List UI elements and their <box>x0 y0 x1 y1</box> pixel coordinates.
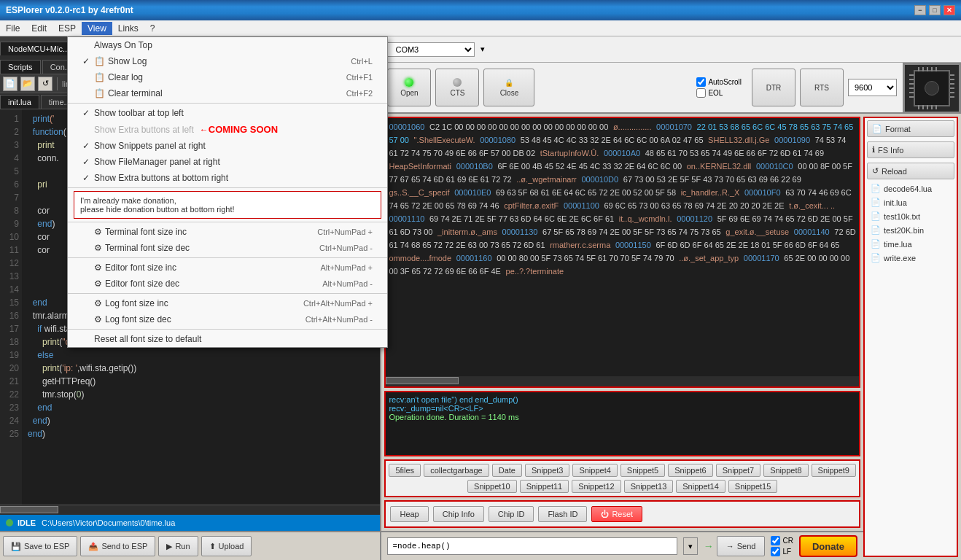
vm-reset-fonts[interactable]: Reset all font size to default <box>68 331 387 347</box>
close-button[interactable]: ✕ <box>944 5 955 15</box>
new-file-button[interactable]: 📄 <box>3 77 17 91</box>
code-hscrollbar[interactable] <box>0 505 380 515</box>
com-bar: COM3 ▾ <box>381 36 961 63</box>
lf-checkbox[interactable] <box>771 547 780 556</box>
rts-button[interactable]: RTS <box>800 69 844 106</box>
close-icon: 🔒 <box>505 79 513 87</box>
snippet-11[interactable]: Snippet11 <box>520 480 569 493</box>
snippet-12[interactable]: Snippet12 <box>572 480 621 493</box>
cts-button[interactable]: CTS <box>435 69 479 106</box>
tab-nodemcu[interactable]: NodeMCU+Mic... <box>0 42 77 55</box>
file-item[interactable]: 📄 time.lua <box>865 237 957 251</box>
vm-icon: 📋 <box>94 56 105 66</box>
autoscroll-checkbox[interactable] <box>696 77 706 87</box>
vm-label: Clear log <box>108 72 143 82</box>
menu-view[interactable]: View <box>82 22 112 35</box>
vm-label: Show FileManager panel at right <box>94 157 220 167</box>
heap-button[interactable]: Heap <box>390 506 428 522</box>
send-to-esp-button[interactable]: 📤 Send to ESP <box>80 536 155 556</box>
close-button[interactable]: 🔒 Close <box>483 69 534 106</box>
autoscroll-label[interactable]: AutoScroll <box>696 77 742 87</box>
eol-label[interactable]: EOL <box>696 88 742 98</box>
vm-show-extra-left[interactable]: Show Extra buttons at left ← COMING SOON <box>68 121 387 138</box>
chip-info-button[interactable]: Chip Info <box>433 506 484 522</box>
snippet-13[interactable]: Snippet13 <box>624 480 674 493</box>
file-item[interactable]: 📄 write.exe <box>865 251 957 265</box>
donate-button[interactable]: Donate <box>799 535 857 557</box>
vm-show-snippets[interactable]: ✓ Show Snippets panel at right <box>68 138 387 154</box>
vm-show-log[interactable]: ✓ 📋 Show Log Ctrl+L <box>68 53 387 69</box>
cr-checkbox[interactable] <box>771 536 780 545</box>
snippet-date[interactable]: Date <box>492 464 522 477</box>
hex-dump-area[interactable]: 00001060 C2 1C 00 00 00 00 00 00 00 00 0… <box>384 117 860 388</box>
vm-shortcut: Ctrl+Alt+NumPad - <box>306 315 373 324</box>
donation-text-2: please hide donation button at bottom ri… <box>80 205 375 214</box>
tab-scripts[interactable]: Scripts <box>0 60 41 74</box>
snippet-7[interactable]: Snippet7 <box>716 464 760 477</box>
hex-hscrollbar[interactable] <box>386 376 859 386</box>
reload-button[interactable]: ↺ <box>38 77 52 91</box>
format-button[interactable]: 📄 Format <box>867 120 954 137</box>
vm-show-extra-bottom[interactable]: ✓ Show Extra buttons at bottom right <box>68 170 387 186</box>
terminal-area[interactable]: recv:an't open file") end end_dump() rec… <box>384 391 860 456</box>
vm-editor-font-inc[interactable]: ⚙ Editor font size inc Alt+NumPad + <box>68 260 387 276</box>
snippet-14[interactable]: Snippet14 <box>676 480 725 493</box>
lf-checkbox-label[interactable]: LF <box>771 547 793 556</box>
eol-checkbox[interactable] <box>696 88 706 98</box>
snippet-9[interactable]: Snippet9 <box>812 464 856 477</box>
vm-clear-log[interactable]: 📋 Clear log Ctrl+F1 <box>68 69 387 85</box>
cr-checkbox-label[interactable]: CR <box>771 536 793 545</box>
file-item[interactable]: 📄 test10k.txt <box>865 209 957 223</box>
vm-show-toolbar[interactable]: ✓ Show toolbar at top left <box>68 105 387 121</box>
view-menu-dropdown[interactable]: Always On Top ✓ 📋 Show Log Ctrl+L 📋 Clea… <box>67 36 388 348</box>
snippet-3[interactable]: Snippet3 <box>525 464 569 477</box>
menu-help[interactable]: ? <box>144 22 161 35</box>
maximize-button[interactable]: □ <box>929 5 941 15</box>
vm-log-font-dec[interactable]: ⚙ Log font size dec Ctrl+Alt+NumPad - <box>68 311 387 327</box>
vm-always-on-top[interactable]: Always On Top <box>68 37 387 53</box>
vm-log-font-inc[interactable]: ⚙ Log font size inc Ctrl+Alt+NumPad + <box>68 295 387 311</box>
file-item[interactable]: 📄 decode64.lua <box>865 182 957 195</box>
snippet-10[interactable]: Snippet10 <box>467 480 517 493</box>
snippet-collectgarbage[interactable]: collectgarbage <box>424 464 489 477</box>
vm-separator <box>68 103 387 104</box>
snippet-6[interactable]: Snippet6 <box>668 464 712 477</box>
send-dropdown-arrow[interactable]: ▾ <box>683 537 698 555</box>
vm-terminal-font-inc[interactable]: ⚙ Terminal font size inc Ctrl+NumPad + <box>68 224 387 240</box>
menu-links[interactable]: Links <box>112 22 144 35</box>
open-file-button[interactable]: 📂 <box>20 77 35 91</box>
send-button[interactable]: → Send <box>717 536 766 556</box>
run-button[interactable]: ▶ Run <box>158 536 198 556</box>
baud-select[interactable]: 9600 115200 <box>848 79 897 96</box>
chip-icon <box>903 63 961 114</box>
upload-button[interactable]: ⬆ Upload <box>201 536 252 556</box>
flash-id-button[interactable]: Flash ID <box>538 506 587 522</box>
file-item[interactable]: 📄 test20K.bin <box>865 223 957 237</box>
snippet-15[interactable]: Snippet15 <box>728 480 778 493</box>
menu-edit[interactable]: Edit <box>26 22 52 35</box>
save-to-esp-button[interactable]: 💾 Save to ESP <box>3 536 77 556</box>
vm-clear-terminal[interactable]: 📋 Clear terminal Ctrl+F2 <box>68 85 387 101</box>
snippet-8[interactable]: Snippet8 <box>763 464 808 477</box>
send-input[interactable] <box>387 537 677 555</box>
snippet-4[interactable]: Snippet4 <box>572 464 617 477</box>
dtr-button[interactable]: DTR <box>752 69 795 106</box>
vm-editor-font-dec[interactable]: ⚙ Editor font size dec Alt+NumPad - <box>68 276 387 292</box>
fs-info-button[interactable]: ℹ FS Info <box>867 141 954 158</box>
chip-id-button[interactable]: Chip ID <box>489 506 534 522</box>
menu-esp[interactable]: ESP <box>52 22 82 35</box>
vm-show-filemanager[interactable]: ✓ Show FileManager panel at right <box>68 154 387 170</box>
file-tab-init[interactable]: init.lua <box>0 95 39 109</box>
com-port-select[interactable]: COM3 <box>387 42 475 57</box>
reload-button[interactable]: ↺ Reload <box>867 163 954 179</box>
snippet-5[interactable]: Snippet5 <box>620 464 665 477</box>
snippet-5files[interactable]: 5files <box>389 464 421 477</box>
vm-terminal-font-dec[interactable]: ⚙ Terminal font size dec Ctrl+NumPad - <box>68 240 387 256</box>
file-item[interactable]: 📄 init.lua <box>865 195 957 209</box>
minimize-button[interactable]: − <box>914 5 926 15</box>
menu-file[interactable]: File <box>0 22 26 35</box>
reset-button[interactable]: ⏻ Reset <box>591 506 642 522</box>
vm-shortcut: Ctrl+L <box>351 57 373 66</box>
open-button[interactable]: Open <box>387 69 431 106</box>
vm-label: Terminal font size inc <box>105 227 187 237</box>
